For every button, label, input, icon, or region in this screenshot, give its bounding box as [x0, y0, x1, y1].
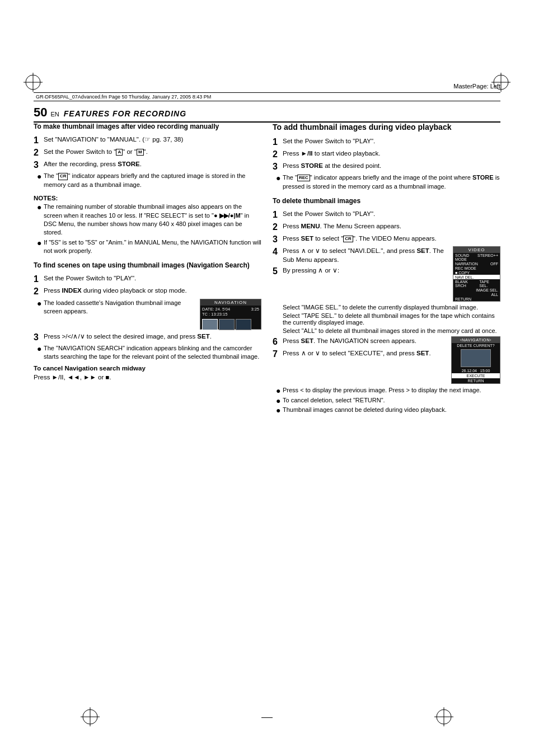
vm-return-label: RETURN [455, 297, 471, 301]
section-make-thumbnail: To make thumbnail images after video rec… [34, 122, 261, 189]
nav-thumb-img-1 [203, 320, 217, 330]
note-text-1: The remaining number of storable thumbna… [44, 203, 261, 237]
page-header: 50 EN FEATURES FOR RECORDING [34, 105, 500, 123]
vm-sound-label: SOUND MODE [455, 253, 477, 261]
nav-screen-header: NAVIGATION [200, 299, 261, 306]
cancel-heading: To cancel Navigation search midway [34, 365, 261, 372]
del-step-text-5: By pressing ∧ or ∨: [283, 266, 448, 276]
note-dot-2: ● [37, 239, 44, 256]
find-step-text-3: Press >/</∧/∨ to select the desired imag… [44, 332, 261, 342]
step-1: 1 Set "NAVIGATION" to "MANUAL". (☞ pg. 3… [34, 135, 261, 145]
nav-date: DATE: 24. 5'04TC : 13:23:15 [202, 307, 230, 317]
note-2: ● If "5S" is set to "5S" or "Anim." in M… [34, 238, 261, 256]
del-bullet-text-3: Thumbnail images cannot be deleted durin… [283, 406, 500, 414]
vm-imagesel-val: IMAGE SEL. [476, 288, 498, 292]
del-bullet-text-2: To cancel deletion, select "RETURN". [283, 396, 500, 405]
nav-delete-title: ‹NAVIGATION› [452, 337, 500, 343]
section-add-thumbnail: To add thumbnail images during video pla… [273, 122, 500, 191]
bullet-store-note: ● The "CR" indicator appears briefly and… [34, 172, 261, 189]
del-step-2: 2 Press MENU. The Menu Screen appears. [273, 222, 500, 232]
add-step-text-1: Set the Power Switch to "PLAY". [283, 137, 500, 147]
del-step-6: 6 Press SET. The NAVIGATION screen appea… [273, 336, 447, 347]
nav-delete-thumb [461, 349, 491, 367]
file-info-text: GR-DF565PAL_07Advanced.fm Page 50 Thursd… [36, 94, 211, 100]
del-step-7: 7 Press ∧ or ∨ to select "EXECUTE", and … [273, 349, 447, 359]
step-text-1: Set "NAVIGATION" to "MANUAL". (☞ pg. 37,… [44, 135, 261, 145]
add-bullet-dot-1: ● [276, 174, 283, 191]
find-step-text-2: Press INDEX during video playback or sto… [44, 286, 261, 297]
cancel-text: Press ►/II, ◄◄, ►► or ■. [34, 374, 261, 381]
del-bullet-dot-3: ● [276, 406, 283, 414]
del-bullet-2: ● To cancel deletion, select "RETURN". [273, 396, 500, 405]
vm-row-imagesel: IMAGE SEL. [453, 288, 500, 292]
del-step-text-2: Press MENU. The Menu Screen appears. [283, 222, 500, 232]
bottom-reg-marks [0, 707, 534, 728]
nav-delete-return: RETURN [452, 378, 500, 383]
find-bullet-1: ● The loaded cassette's Navigation thumb… [34, 299, 195, 316]
step-text-3: After the recording, press STORE. [44, 159, 261, 170]
vm-row-all: ALL [453, 292, 500, 297]
bottom-line-mark-center [261, 717, 273, 718]
bullet-text: The "CR" indicator appears briefly and t… [44, 172, 261, 189]
find-step-number-1: 1 [34, 274, 44, 284]
nav-thumb-img-3 [236, 320, 251, 330]
add-step-1: 1 Set the Power Switch to "PLAY". [273, 137, 500, 147]
nav-delete-info: 26.12.04 15:00 [452, 368, 500, 373]
nav-screenshot-container: NAVIGATION DATE: 24. 5'04TC : 13:23:15 3… [34, 299, 261, 332]
vm-row-narration: NARRATIONOFF [453, 261, 500, 266]
section-make-thumbnail-heading: To make thumbnail images after video rec… [34, 122, 261, 132]
bullet-text-find-2: The "NAVIGATION SEARCH" indication appea… [44, 344, 261, 361]
step-number-3: 3 [34, 159, 44, 170]
reg-mark-bottom-right [434, 707, 453, 728]
add-step-text-3: Press STORE at the desired point. [283, 161, 500, 172]
vm-row-return: RETURN [453, 297, 500, 301]
notes-section: NOTES: ● The remaining number of storabl… [34, 195, 261, 255]
add-step-2: 2 Press ►/II to start video playback. [273, 149, 500, 159]
add-step-3: 3 Press STORE at the desired point. [273, 161, 500, 172]
del-bullet-dot-2: ● [276, 397, 283, 405]
nav-thumbs [200, 318, 261, 331]
step-3: 3 After the recording, press STORE. [34, 159, 261, 170]
nav-screenshot: NAVIGATION DATE: 24. 5'04TC : 13:23:15 3… [200, 299, 261, 330]
find-step-text-1: Set the Power Switch to "PLAY". [44, 274, 261, 284]
del-step-number-4: 4 [273, 246, 283, 264]
master-page-label: MasterPage: Left [453, 83, 500, 90]
find-step-number-3: 3 [34, 332, 44, 342]
bullet-text-find-1: The loaded cassette's Navigation thumbna… [44, 299, 195, 316]
section-add-thumbnail-heading: To add thumbnail images during video pla… [273, 122, 500, 133]
del-bullet-dot-1: ● [276, 387, 283, 395]
del-step-1: 1 Set the Power Switch to "PLAY". [273, 209, 500, 220]
file-info-bar: GR-DF565PAL_07Advanced.fm Page 50 Thursd… [34, 92, 500, 101]
add-step-number-2: 2 [273, 149, 283, 159]
vm-recmode-label: REC MODE [455, 266, 476, 270]
del-step-number-5: 5 [273, 266, 283, 276]
step-2: 2 Set the Power Switch to "A" or "M". [34, 147, 261, 158]
find-step-number-2: 2 [34, 286, 44, 297]
add-step-number-3: 3 [273, 161, 283, 172]
find-step-1: 1 Set the Power Switch to "PLAY". [34, 274, 261, 284]
vm-blank-val: TAPE SEL. [479, 280, 498, 288]
step-text-2: Set the Power Switch to "A" or "M". [44, 147, 261, 158]
nav-delete-box: ‹NAVIGATION› DELETE CURRENT? 26.12.04 15… [451, 336, 500, 384]
del-image-sel: Select "IMAGE SEL." to delete the curren… [273, 304, 500, 311]
vm-navidel-label: NAVI DEL. [455, 275, 474, 279]
vm-navi-label: ■ COPY [455, 271, 470, 275]
find-step-2: 2 Press INDEX during video playback or s… [34, 286, 261, 297]
del-bullet-1: ● Press < to display the previous image.… [273, 386, 500, 395]
del-step-text-1: Set the Power Switch to "PLAY". [283, 209, 500, 220]
vm-row-navidel: NAVI DEL. [453, 275, 500, 279]
del-step-number-7: 7 [273, 349, 283, 359]
del-step-text-3: Press SET to select "CR". The VIDEO Menu… [283, 234, 500, 245]
video-menu-title: VIDEO [453, 247, 500, 253]
page-lang: EN [50, 111, 59, 118]
add-step-number-1: 1 [273, 137, 283, 147]
video-menu-container: VIDEO SOUND MODESTEREO++ NARRATIONOFF RE… [273, 246, 500, 304]
vm-sound-val: STEREO++ [477, 253, 498, 261]
note-text-2: If "5S" is set to "5S" or "Anim." in MAN… [44, 238, 261, 256]
del-step-text-6: Press SET. The NAVIGATION screen appears… [283, 336, 447, 347]
nav-thumb-img-2 [219, 320, 234, 330]
section-delete-thumbnail-heading: To delete thumbnail images [273, 196, 500, 206]
step-number-1: 1 [34, 135, 44, 145]
notes-heading: NOTES: [34, 195, 261, 201]
del-bullet-3: ● Thumbnail images cannot be deleted dur… [273, 406, 500, 414]
